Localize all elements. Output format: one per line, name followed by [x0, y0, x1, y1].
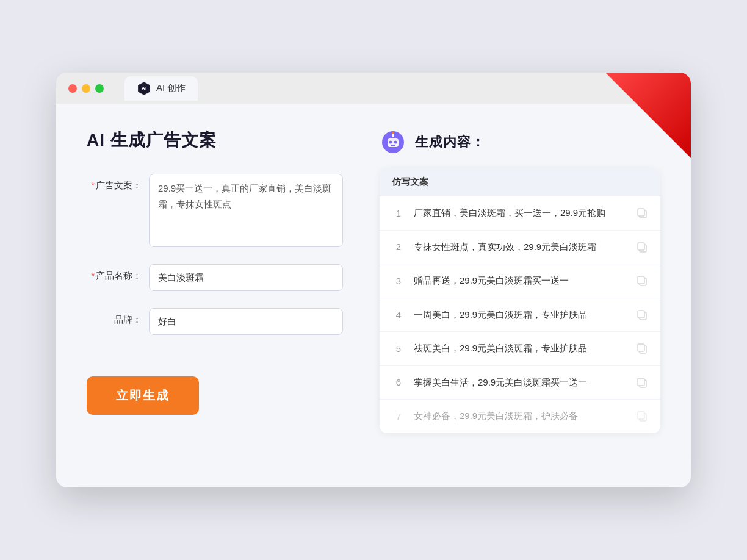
results-header: 生成内容：	[380, 129, 660, 156]
result-text: 专抹女性斑点，真实功效，29.9元美白淡斑霜	[414, 240, 627, 254]
right-title: 生成内容：	[415, 133, 485, 151]
product-name-label: *产品名称：	[87, 264, 142, 282]
traffic-lights	[68, 84, 104, 93]
minimize-button[interactable]	[82, 84, 90, 93]
result-text: 女神必备，29.9元美白淡斑霜，护肤必备	[414, 409, 627, 423]
left-panel: AI 生成广告文案 *广告文案： 29.9买一送一，真正的厂家直销，美白淡斑霜，…	[87, 129, 343, 433]
svg-point-5	[394, 141, 397, 144]
result-number: 3	[392, 276, 405, 286]
result-number: 7	[392, 411, 405, 422]
result-item: 6 掌握美白生活，29.9元美白淡斑霜买一送一	[380, 366, 660, 400]
result-item: 2 专抹女性斑点，真实功效，29.9元美白淡斑霜	[380, 231, 660, 265]
results-table: 仿写文案 1 厂家直销，美白淡斑霜，买一送一，29.9元抢购 2 专抹女性斑点，…	[380, 168, 660, 433]
tab-label: AI 创作	[156, 82, 186, 94]
result-text: 掌握美白生活，29.9元美白淡斑霜买一送一	[414, 376, 627, 390]
result-text: 一周美白，29.9元美白淡斑霜，专业护肤品	[414, 308, 627, 322]
copy-icon[interactable]	[636, 309, 648, 321]
titlebar: AI AI 创作	[56, 73, 691, 104]
svg-rect-10	[638, 209, 644, 216]
result-text: 赠品再送，29.9元美白淡斑霜买一送一	[414, 274, 627, 288]
svg-rect-18	[638, 344, 644, 351]
result-item: 5 祛斑美白，29.9元美白淡斑霜，专业护肤品	[380, 332, 660, 366]
ad-copy-label: *广告文案：	[87, 174, 142, 192]
result-item: 4 一周美白，29.9元美白淡斑霜，专业护肤品	[380, 298, 660, 332]
svg-rect-6	[391, 145, 395, 146]
result-number: 4	[392, 309, 405, 320]
result-item: 7 女神必备，29.9元美白淡斑霜，护肤必备	[380, 400, 660, 433]
result-item: 3 赠品再送，29.9元美白淡斑霜买一送一	[380, 264, 660, 298]
page-title: AI 生成广告文案	[87, 129, 343, 152]
browser-content: AI 生成广告文案 *广告文案： 29.9买一送一，真正的厂家直销，美白淡斑霜，…	[56, 104, 691, 464]
maximize-button[interactable]	[95, 84, 104, 93]
svg-rect-16	[638, 311, 644, 318]
svg-rect-22	[638, 412, 644, 419]
svg-rect-12	[638, 243, 644, 250]
product-name-input[interactable]	[149, 264, 343, 291]
product-name-row: *产品名称：	[87, 264, 343, 291]
svg-rect-14	[638, 276, 644, 284]
browser-window: AI AI 创作 AI 生成广告文案 *广告文案： 29.9买一送一，真正的厂家…	[56, 73, 691, 487]
right-panel: 生成内容： 仿写文案 1 厂家直销，美白淡斑霜，买一送一，29.9元抢购 2 专…	[380, 129, 660, 433]
copy-icon[interactable]	[636, 376, 648, 389]
product-required-star: *	[91, 270, 95, 281]
copy-icon[interactable]	[636, 241, 648, 253]
copy-icon[interactable]	[636, 410, 648, 422]
result-number: 5	[392, 343, 405, 354]
svg-point-8	[392, 132, 394, 134]
brand-label: 品牌：	[87, 308, 142, 326]
copy-icon[interactable]	[636, 342, 648, 354]
svg-point-4	[389, 141, 392, 144]
results-list: 1 厂家直销，美白淡斑霜，买一送一，29.9元抢购 2 专抹女性斑点，真实功效，…	[380, 196, 660, 433]
result-number: 2	[392, 242, 405, 252]
svg-rect-20	[638, 378, 644, 386]
tab-ai-creation[interactable]: AI AI 创作	[125, 76, 198, 101]
brand-input[interactable]	[149, 308, 343, 335]
result-text: 祛斑美白，29.9元美白淡斑霜，专业护肤品	[414, 342, 627, 356]
copy-icon[interactable]	[636, 207, 648, 219]
copy-icon[interactable]	[636, 275, 648, 287]
result-number: 1	[392, 208, 405, 218]
robot-icon	[380, 129, 406, 156]
ai-tab-icon: AI	[137, 81, 151, 96]
ad-copy-textarea[interactable]: 29.9买一送一，真正的厂家直销，美白淡斑霜，专抹女性斑点	[149, 174, 343, 247]
results-column-header: 仿写文案	[380, 168, 660, 196]
brand-row: 品牌：	[87, 308, 343, 335]
result-item: 1 厂家直销，美白淡斑霜，买一送一，29.9元抢购	[380, 196, 660, 231]
close-button[interactable]	[68, 84, 77, 93]
result-text: 厂家直销，美白淡斑霜，买一送一，29.9元抢购	[414, 206, 627, 220]
svg-text:AI: AI	[142, 85, 147, 92]
ad-required-star: *	[91, 180, 95, 190]
generate-button[interactable]: 立即生成	[87, 376, 199, 415]
result-number: 6	[392, 377, 405, 387]
ad-copy-row: *广告文案： 29.9买一送一，真正的厂家直销，美白淡斑霜，专抹女性斑点	[87, 174, 343, 247]
